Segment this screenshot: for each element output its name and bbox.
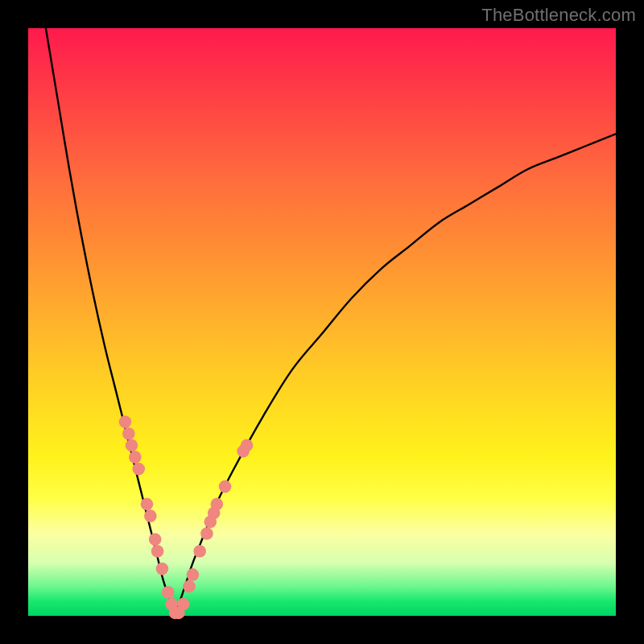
data-marker: [187, 568, 200, 581]
curve-left-branch: [46, 28, 175, 616]
data-marker: [122, 427, 135, 440]
watermark-text: TheBottleneck.com: [481, 5, 636, 26]
data-marker: [177, 598, 190, 611]
data-marker: [149, 533, 162, 546]
data-marker: [132, 463, 145, 476]
data-marker: [162, 586, 175, 599]
data-marker: [129, 451, 142, 464]
chart-frame: TheBottleneck.com: [0, 0, 644, 644]
plot-area: [28, 28, 616, 616]
data-marker: [200, 527, 213, 540]
marker-group: [119, 415, 254, 619]
data-marker: [211, 498, 224, 511]
data-marker: [183, 580, 196, 593]
data-marker: [119, 415, 132, 428]
data-marker: [193, 545, 206, 558]
data-marker: [241, 440, 254, 452]
data-marker: [219, 481, 232, 493]
data-marker: [144, 510, 157, 522]
curve-right-branch: [175, 134, 617, 616]
data-marker: [151, 545, 164, 558]
data-marker: [141, 498, 154, 511]
chart-svg: [28, 28, 616, 616]
data-marker: [126, 440, 138, 452]
data-marker: [156, 563, 169, 576]
